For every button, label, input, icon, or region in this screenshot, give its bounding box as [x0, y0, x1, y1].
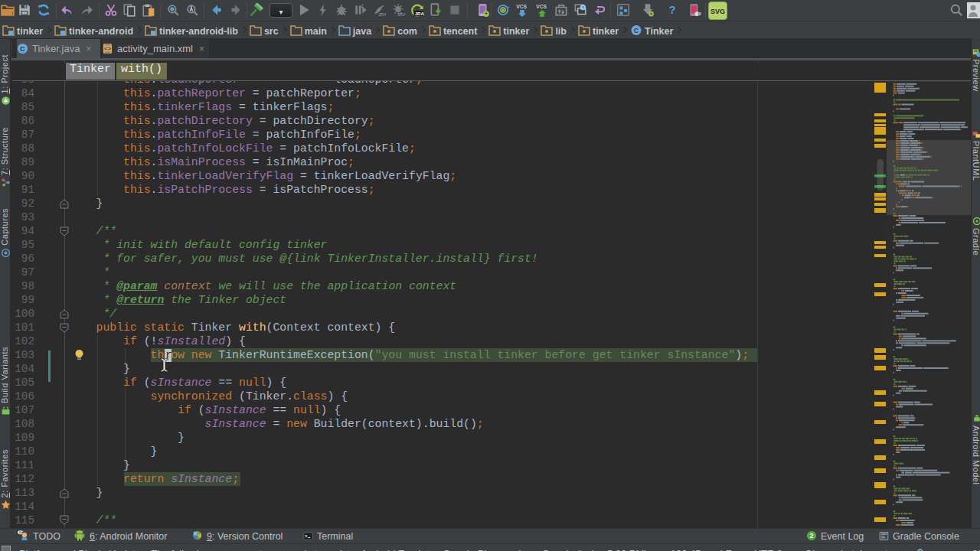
svg-text:2: 2 — [810, 532, 814, 540]
svg-text:JRA: JRA — [378, 11, 386, 17]
svg-text:JRA: JRA — [397, 11, 405, 17]
svg-text:VCS: VCS — [536, 4, 547, 9]
svg-text:C: C — [20, 45, 25, 53]
svg-text:C: C — [634, 27, 639, 34]
svg-text:<>: <> — [104, 46, 112, 52]
svg-text:JRA: JRA — [415, 11, 424, 16]
svg-text:VCS: VCS — [516, 4, 527, 9]
